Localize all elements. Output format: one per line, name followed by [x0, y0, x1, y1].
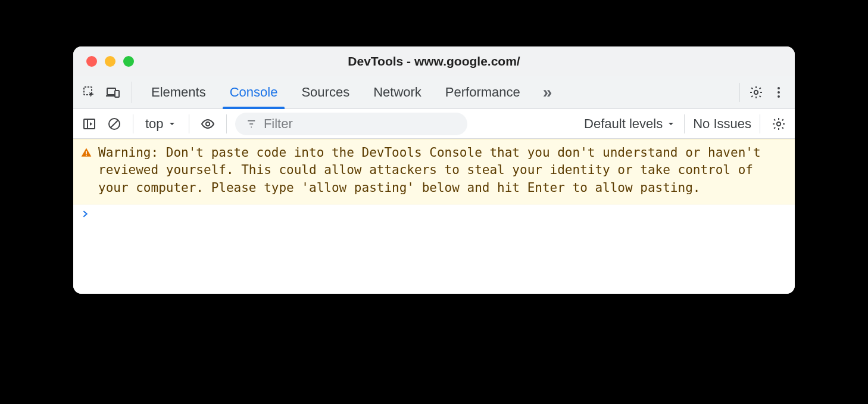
divider: [760, 114, 760, 133]
console-toolbar: top Default levels No Issues: [73, 109, 795, 139]
tab-elements[interactable]: Elements: [144, 76, 213, 108]
prompt-caret-icon: [80, 209, 90, 221]
tab-sources[interactable]: Sources: [294, 76, 357, 108]
issues-link[interactable]: No Issues: [693, 116, 751, 132]
console-body: Warning: Don't paste code into the DevTo…: [73, 139, 795, 294]
window-title: DevTools - www.google.com/: [73, 54, 795, 69]
traffic-lights: [73, 56, 134, 67]
tab-console[interactable]: Console: [223, 76, 285, 108]
console-warning-row: Warning: Don't paste code into the DevTo…: [73, 139, 795, 204]
svg-rect-14: [86, 155, 87, 156]
tab-network[interactable]: Network: [366, 76, 429, 108]
chevron-down-icon: [666, 119, 676, 129]
context-label: top: [145, 116, 164, 132]
divider: [133, 114, 133, 133]
tab-performance[interactable]: Performance: [438, 76, 527, 108]
svg-point-12: [777, 122, 780, 125]
svg-rect-7: [84, 119, 95, 129]
svg-line-10: [111, 120, 118, 128]
titlebar: DevTools - www.google.com/: [73, 46, 795, 76]
live-expression-eye-icon[interactable]: [198, 114, 218, 134]
more-tabs-button[interactable]: »: [537, 83, 558, 102]
maximize-window-button[interactable]: [123, 56, 134, 67]
filter-icon: [246, 118, 257, 130]
chevron-down-icon: [167, 119, 177, 129]
context-selector[interactable]: top: [142, 116, 180, 132]
svg-point-6: [778, 95, 780, 98]
divider: [684, 114, 685, 133]
svg-rect-13: [86, 151, 87, 154]
toggle-sidebar-icon[interactable]: [79, 114, 99, 134]
svg-point-11: [205, 122, 209, 125]
svg-point-5: [778, 91, 780, 94]
settings-gear-icon[interactable]: [746, 82, 766, 102]
svg-point-3: [754, 90, 758, 94]
console-settings-gear-icon[interactable]: [769, 114, 789, 134]
svg-rect-2: [115, 91, 119, 97]
divider: [739, 83, 740, 102]
device-toolbar-icon[interactable]: [103, 82, 123, 102]
svg-rect-1: [107, 88, 115, 95]
devtools-tabs: Elements Console Sources Network Perform…: [132, 76, 730, 108]
minimize-window-button[interactable]: [105, 56, 115, 67]
warning-triangle-icon: [80, 147, 92, 197]
close-window-button[interactable]: [86, 56, 97, 67]
log-levels-selector[interactable]: Default levels: [584, 116, 676, 132]
levels-label: Default levels: [584, 116, 663, 132]
kebab-menu-icon[interactable]: [769, 82, 789, 102]
inspect-element-icon[interactable]: [79, 82, 99, 102]
svg-point-4: [778, 87, 780, 89]
clear-console-icon[interactable]: [104, 114, 124, 134]
console-prompt-row[interactable]: [73, 204, 795, 226]
tabbar-left-tools: [79, 82, 132, 103]
warning-text: Warning: Don't paste code into the DevTo…: [98, 144, 788, 197]
filter-input-wrapper: [235, 113, 467, 135]
devtools-window: DevTools - www.google.com/ Elements Cons…: [73, 46, 795, 294]
tabbar-right-tools: [730, 82, 789, 102]
divider: [226, 114, 227, 133]
divider: [189, 114, 189, 133]
filter-input[interactable]: [264, 116, 457, 132]
devtools-tabbar: Elements Console Sources Network Perform…: [73, 76, 795, 109]
